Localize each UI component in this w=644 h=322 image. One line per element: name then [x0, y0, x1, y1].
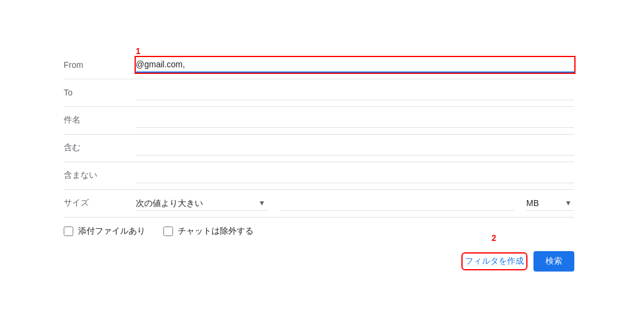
size-input-wrapper	[280, 196, 514, 211]
size-select-wrapper: 次の値より大きい 次の値より小さい 次の値と等しい ▼	[136, 196, 268, 211]
excludes-input-wrapper	[136, 168, 574, 183]
includes-label: 含む	[64, 142, 136, 153]
unit-select-wrapper: MB KB Bytes ▼	[526, 196, 574, 211]
attachment-checkbox[interactable]	[64, 226, 73, 236]
chat-exclude-checkbox[interactable]	[163, 226, 173, 236]
subject-input[interactable]	[136, 113, 241, 127]
action-row: 2 フィルタを作成 検索	[64, 243, 574, 272]
to-row: To	[64, 79, 574, 107]
chat-exclude-checkbox-item[interactable]: チャットは除外する	[163, 226, 254, 237]
to-input-wrapper	[136, 85, 574, 100]
from-label: From	[64, 60, 136, 70]
excludes-label: 含まない	[64, 170, 136, 181]
subject-label: 件名	[64, 115, 136, 126]
attachment-checkbox-item[interactable]: 添付ファイルあり	[64, 226, 145, 237]
checkbox-row: 添付ファイルあり チャットは除外する	[64, 217, 574, 243]
create-filter-button[interactable]: フィルタを作成	[463, 254, 526, 269]
filter-dialog: From 1 To 件名 含む 含まない サイズ	[52, 39, 592, 284]
from-input-wrapper: 1	[136, 57, 574, 73]
subject-input-wrapper	[136, 113, 574, 128]
chat-exclude-label: チャットは除外する	[178, 226, 254, 237]
includes-input[interactable]	[136, 141, 241, 155]
size-label: サイズ	[64, 198, 136, 208]
annotation-1: 1	[136, 46, 141, 56]
unit-select[interactable]: MB KB Bytes	[526, 196, 574, 211]
attachment-label: 添付ファイルあり	[78, 226, 145, 237]
to-input[interactable]	[136, 85, 241, 100]
from-row: From 1	[64, 51, 574, 79]
annotation-2: 2	[491, 233, 496, 243]
excludes-input[interactable]	[136, 168, 241, 183]
search-button[interactable]: 検索	[533, 251, 574, 272]
subject-row: 件名	[64, 107, 574, 135]
to-label: To	[64, 88, 136, 97]
includes-row: 含む	[64, 135, 574, 162]
includes-input-wrapper	[136, 141, 574, 156]
size-select[interactable]: 次の値より大きい 次の値より小さい 次の値と等しい	[136, 196, 268, 211]
size-value-input[interactable]	[280, 196, 514, 211]
excludes-row: 含まない	[64, 162, 574, 190]
from-input[interactable]	[136, 57, 241, 71]
size-row: サイズ 次の値より大きい 次の値より小さい 次の値と等しい ▼ MB KB By…	[64, 190, 574, 217]
